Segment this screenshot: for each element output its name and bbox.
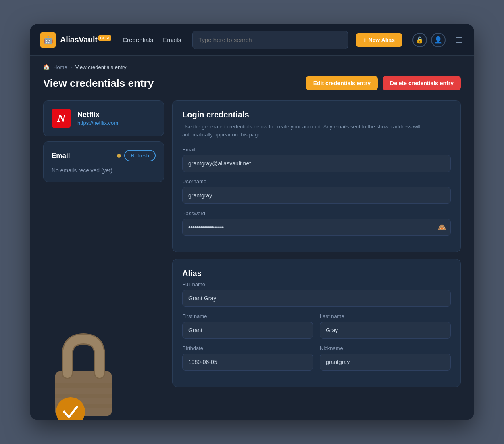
- username-field-group: Username: [182, 178, 451, 204]
- nickname-label: Nickname: [320, 345, 451, 351]
- login-credentials-description: Use the generated credentials below to c…: [182, 123, 451, 138]
- lock-icon-button[interactable]: 🔒: [412, 33, 427, 47]
- password-input-wrapper: 🙈: [182, 219, 451, 236]
- email-card-header: Email Refresh: [52, 150, 156, 161]
- nickname-field-group: Nickname: [320, 345, 451, 371]
- nav-links: Credentials Emails: [123, 36, 181, 43]
- logo-icon: 🤖: [40, 32, 56, 48]
- nickname-input[interactable]: [320, 354, 451, 371]
- birthdate-label: Birthdate: [182, 345, 313, 351]
- alias-card: Alias Full name First name Last name: [172, 259, 461, 387]
- birthdate-input[interactable]: [182, 354, 313, 371]
- password-label: Password: [182, 210, 451, 216]
- breadcrumb: 🏠 Home › View credentials entry: [30, 56, 474, 73]
- navbar: 🤖 AliasVaultBETA Credentials Emails + Ne…: [30, 24, 474, 56]
- email-card: Email Refresh No emails received (yet).: [43, 141, 164, 182]
- header-actions: Edit credentials entry Delete credential…: [306, 76, 461, 90]
- nav-icons: 🔒 👤: [412, 33, 446, 47]
- toggle-password-icon[interactable]: 🙈: [438, 224, 446, 231]
- user-icon-button[interactable]: 👤: [431, 33, 446, 47]
- last-name-label: Last name: [320, 313, 451, 319]
- email-card-title: Email: [52, 152, 70, 160]
- first-name-label: First name: [182, 313, 313, 319]
- alias-title: Alias: [182, 269, 451, 278]
- logo-area: 🤖 AliasVaultBETA: [40, 32, 111, 48]
- email-label: Email: [182, 147, 451, 153]
- username-label: Username: [182, 178, 451, 184]
- svg-rect-3: [55, 404, 112, 408]
- refresh-button[interactable]: Refresh: [124, 150, 156, 161]
- full-name-field-group: Full name: [182, 281, 451, 307]
- email-field-group: Email: [182, 147, 451, 172]
- login-credentials-title: Login credentials: [182, 110, 451, 119]
- first-name-input[interactable]: [182, 322, 313, 339]
- service-info: Netflix https://netflix.com: [77, 111, 118, 126]
- username-input[interactable]: [182, 187, 451, 204]
- last-name-field-group: Last name: [320, 313, 451, 339]
- hamburger-menu-button[interactable]: ☰: [454, 34, 464, 46]
- left-panel: N Netflix https://netflix.com Email Refr…: [43, 100, 164, 387]
- credentials-card: Login credentials Use the generated cred…: [172, 100, 461, 252]
- service-card: N Netflix https://netflix.com: [43, 100, 164, 136]
- page-title: View credentials entry: [43, 77, 154, 90]
- page-header: View credentials entry Edit credentials …: [30, 73, 474, 100]
- nav-emails[interactable]: Emails: [163, 36, 181, 43]
- netflix-logo: N: [52, 109, 71, 128]
- breadcrumb-home[interactable]: Home: [53, 64, 67, 70]
- logo-name: AliasVault: [60, 35, 98, 44]
- status-dot: [117, 154, 121, 158]
- delete-credentials-button[interactable]: Delete credentials entry: [383, 76, 461, 90]
- logo-beta: BETA: [98, 35, 112, 41]
- password-field-group: Password 🙈: [182, 210, 451, 236]
- edit-credentials-button[interactable]: Edit credentials entry: [306, 76, 378, 90]
- new-alias-button[interactable]: + New Alias: [356, 33, 402, 47]
- breadcrumb-separator: ›: [71, 64, 72, 70]
- service-name: Netflix: [77, 111, 118, 119]
- first-name-field-group: First name: [182, 313, 313, 339]
- email-input[interactable]: [182, 155, 451, 172]
- search-input[interactable]: [198, 36, 342, 43]
- home-icon: 🏠: [43, 64, 50, 70]
- birthdate-field-group: Birthdate: [182, 345, 313, 371]
- app-window: 🤖 AliasVaultBETA Credentials Emails + Ne…: [30, 24, 474, 420]
- search-bar-wrapper: [192, 31, 348, 49]
- breadcrumb-current: View credentials entry: [75, 64, 127, 70]
- full-name-input[interactable]: [182, 290, 451, 307]
- last-name-input[interactable]: [320, 322, 451, 339]
- name-row: First name Last name: [182, 313, 451, 345]
- email-status-row: Refresh: [117, 150, 156, 161]
- password-input[interactable]: [182, 219, 451, 236]
- full-name-label: Full name: [182, 281, 451, 287]
- right-panel: Login credentials Use the generated cred…: [172, 100, 461, 387]
- nav-credentials[interactable]: Credentials: [123, 36, 153, 43]
- birth-nick-row: Birthdate Nickname: [182, 345, 451, 377]
- service-url[interactable]: https://netflix.com: [77, 120, 118, 126]
- logo-text: AliasVaultBETA: [60, 35, 111, 44]
- no-email-text: No emails received (yet).: [52, 167, 156, 174]
- main-content: N Netflix https://netflix.com Email Refr…: [30, 100, 474, 403]
